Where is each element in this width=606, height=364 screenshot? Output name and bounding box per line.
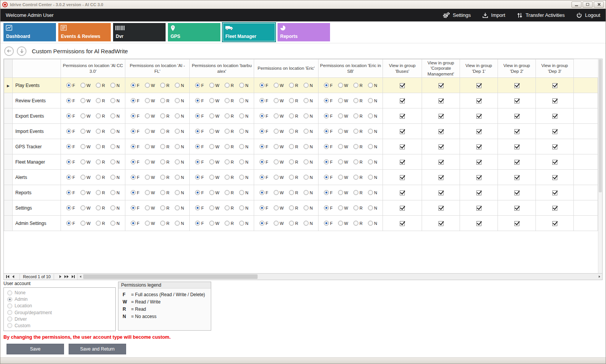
permission-radio-N[interactable]: N xyxy=(239,83,248,88)
permission-radio-R[interactable]: R xyxy=(96,113,105,118)
permission-radio-F[interactable]: F xyxy=(324,205,333,210)
horizontal-scrollbar-track[interactable] xyxy=(83,274,596,280)
permission-radio-F[interactable]: F xyxy=(195,129,204,134)
group-view-checkbox[interactable] xyxy=(476,190,481,195)
group-view-checkbox[interactable] xyxy=(552,190,557,195)
permission-radio-R[interactable]: R xyxy=(353,190,363,195)
permission-radio-W[interactable]: W xyxy=(145,83,155,88)
permission-radio-N[interactable]: N xyxy=(175,98,184,103)
permission-radio-F[interactable]: F xyxy=(324,175,333,180)
permission-radio-N[interactable]: N xyxy=(368,205,377,210)
group-view-checkbox[interactable] xyxy=(552,83,557,88)
grid-column-header[interactable]: Permissions on location 'barbu alex' xyxy=(190,59,254,78)
permission-radio-W[interactable]: W xyxy=(274,113,284,118)
permission-radio-W[interactable]: W xyxy=(80,159,90,164)
permission-radio-F[interactable]: F xyxy=(259,83,268,88)
permission-radio-R[interactable]: R xyxy=(160,175,169,180)
user-account-option-custom[interactable]: Custom xyxy=(7,323,112,328)
group-view-checkbox[interactable] xyxy=(438,129,443,134)
group-view-checkbox[interactable] xyxy=(438,175,443,180)
permission-radio-N[interactable]: N xyxy=(368,144,377,149)
permission-radio-F[interactable]: F xyxy=(195,144,204,149)
permission-radio-R[interactable]: R xyxy=(225,221,234,226)
tab-reports[interactable]: Reports xyxy=(278,23,330,41)
permission-radio-W[interactable]: W xyxy=(338,113,348,118)
permission-radio-N[interactable]: N xyxy=(239,190,248,195)
permission-radio-W[interactable]: W xyxy=(338,205,348,210)
permission-radio-R[interactable]: R xyxy=(96,83,105,88)
topbar-action-logout[interactable]: Logout xyxy=(576,12,600,18)
permission-radio-R[interactable]: R xyxy=(289,190,298,195)
permission-radio-W[interactable]: W xyxy=(274,98,284,103)
permission-radio-R[interactable]: R xyxy=(353,159,363,164)
permission-radio-R[interactable]: R xyxy=(353,129,363,134)
permission-radio-R[interactable]: R xyxy=(289,205,298,210)
permission-radio-R[interactable]: R xyxy=(289,144,298,149)
permission-radio-R[interactable]: R xyxy=(160,113,169,118)
group-view-checkbox[interactable] xyxy=(400,83,405,88)
group-view-checkbox[interactable] xyxy=(514,221,519,226)
tab-gps[interactable]: GPS xyxy=(168,23,220,41)
permission-radio-R[interactable]: R xyxy=(225,175,234,180)
scroll-down-button[interactable] xyxy=(17,46,26,56)
permission-radio-R[interactable]: R xyxy=(160,190,169,195)
permission-radio-R[interactable]: R xyxy=(353,113,363,118)
permission-radio-W[interactable]: W xyxy=(80,129,90,134)
permission-radio-R[interactable]: R xyxy=(225,159,234,164)
permission-radio-N[interactable]: N xyxy=(110,98,120,103)
grid-row[interactable]: SettingsFWRNFWRNFWRNFWRNFWRN xyxy=(4,200,598,216)
permission-radio-F[interactable]: F xyxy=(259,175,268,180)
permission-radio-W[interactable]: W xyxy=(80,113,90,118)
nav-first-button[interactable] xyxy=(5,275,10,278)
grid-column-header[interactable]: View in group 'Corporate Management' xyxy=(422,59,460,78)
group-view-checkbox[interactable] xyxy=(514,190,519,195)
group-view-checkbox[interactable] xyxy=(438,114,443,119)
permission-radio-F[interactable]: F xyxy=(259,129,268,134)
permission-radio-N[interactable]: N xyxy=(304,221,313,226)
horizontal-scrollbar-thumb[interactable] xyxy=(83,274,258,279)
topbar-action-settings[interactable]: Settings xyxy=(442,12,471,18)
permission-radio-R[interactable]: R xyxy=(96,221,105,226)
permission-radio-F[interactable]: F xyxy=(195,190,204,195)
permission-radio-W[interactable]: W xyxy=(338,144,348,149)
group-view-checkbox[interactable] xyxy=(476,114,481,119)
grid-row[interactable]: AlertsFWRNFWRNFWRNFWRNFWRN xyxy=(4,170,598,185)
nav-next-button[interactable] xyxy=(59,275,62,278)
permission-radio-N[interactable]: N xyxy=(368,190,377,195)
permission-radio-F[interactable]: F xyxy=(131,159,140,164)
group-view-checkbox[interactable] xyxy=(438,160,443,165)
grid-column-header[interactable]: Permissions on location 'Al CC 3.0' xyxy=(61,59,125,78)
permission-radio-R[interactable]: R xyxy=(96,205,105,210)
permission-radio-F[interactable]: F xyxy=(66,221,75,226)
permission-radio-N[interactable]: N xyxy=(304,144,313,149)
scroll-left-arrow-icon[interactable] xyxy=(77,274,83,280)
permission-radio-F[interactable]: F xyxy=(195,159,204,164)
user-account-option-admin[interactable]: Admin xyxy=(7,297,112,302)
permission-radio-F[interactable]: F xyxy=(131,129,140,134)
group-view-checkbox[interactable] xyxy=(514,160,519,165)
permission-radio-R[interactable]: R xyxy=(225,129,234,134)
permission-radio-W[interactable]: W xyxy=(209,113,219,118)
permission-radio-F[interactable]: F xyxy=(259,98,268,103)
permission-radio-F[interactable]: F xyxy=(66,144,75,149)
vertical-scrollbar[interactable] xyxy=(598,59,602,273)
permission-radio-F[interactable]: F xyxy=(131,190,140,195)
permission-radio-R[interactable]: R xyxy=(225,190,234,195)
permission-radio-N[interactable]: N xyxy=(110,83,120,88)
permission-radio-W[interactable]: W xyxy=(274,129,284,134)
permission-radio-W[interactable]: W xyxy=(338,129,348,134)
permission-radio-R[interactable]: R xyxy=(353,144,363,149)
tab-dvr[interactable]: Dvr xyxy=(113,23,166,41)
tab-events-reviews[interactable]: Events & Reviews xyxy=(58,23,111,41)
permission-radio-N[interactable]: N xyxy=(368,83,377,88)
permission-radio-F[interactable]: F xyxy=(131,144,140,149)
permission-radio-W[interactable]: W xyxy=(274,159,284,164)
user-account-option-location[interactable]: Location xyxy=(7,303,112,308)
group-view-checkbox[interactable] xyxy=(476,175,481,180)
permission-radio-N[interactable]: N xyxy=(110,113,120,118)
grid-row[interactable]: Export EventsFWRNFWRNFWRNFWRNFWRN xyxy=(4,108,598,124)
topbar-action-import[interactable]: Import xyxy=(482,12,505,18)
permission-radio-R[interactable]: R xyxy=(96,175,105,180)
vertical-scrollbar-thumb[interactable] xyxy=(599,59,602,192)
permission-radio-N[interactable]: N xyxy=(239,129,248,134)
